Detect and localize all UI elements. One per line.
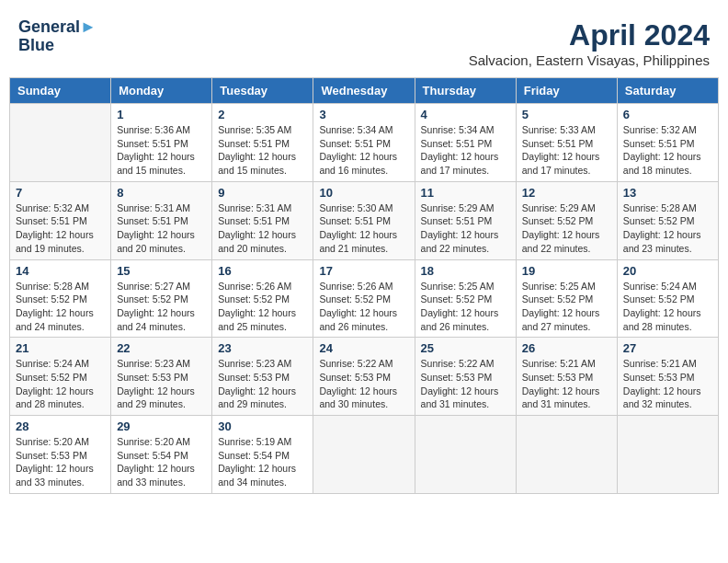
table-row: 14Sunrise: 5:28 AM Sunset: 5:52 PM Dayli… — [10, 259, 111, 338]
day-number: 25 — [421, 341, 510, 355]
day-info: Sunrise: 5:23 AM Sunset: 5:53 PM Dayligh… — [218, 357, 307, 411]
calendar-week-row: 7Sunrise: 5:32 AM Sunset: 5:51 PM Daylig… — [10, 181, 719, 259]
logo-text: General►Blue — [18, 18, 97, 55]
title-block: April 2024 Salvacion, Eastern Visayas, P… — [469, 18, 710, 68]
day-info: Sunrise: 5:35 AM Sunset: 5:51 PM Dayligh… — [218, 123, 307, 178]
day-number: 2 — [218, 108, 307, 121]
day-number: 13 — [623, 186, 712, 200]
day-number: 11 — [421, 186, 510, 200]
table-row: 18Sunrise: 5:25 AM Sunset: 5:52 PM Dayli… — [415, 259, 516, 338]
day-number: 30 — [218, 419, 307, 433]
day-number: 28 — [16, 419, 105, 433]
logo: General►Blue — [18, 18, 97, 55]
day-info: Sunrise: 5:25 AM Sunset: 5:52 PM Dayligh… — [522, 280, 611, 334]
page-subtitle: Salvacion, Eastern Visayas, Philippines — [469, 52, 710, 68]
table-row: 30Sunrise: 5:19 AM Sunset: 5:54 PM Dayli… — [212, 416, 313, 494]
day-info: Sunrise: 5:20 AM Sunset: 5:54 PM Dayligh… — [117, 435, 206, 489]
col-monday: Monday — [111, 78, 212, 104]
day-info: Sunrise: 5:21 AM Sunset: 5:53 PM Dayligh… — [623, 357, 712, 411]
day-info: Sunrise: 5:27 AM Sunset: 5:52 PM Dayligh… — [117, 280, 206, 334]
table-row: 19Sunrise: 5:25 AM Sunset: 5:52 PM Dayli… — [516, 259, 617, 338]
table-row: 15Sunrise: 5:27 AM Sunset: 5:52 PM Dayli… — [111, 259, 212, 338]
col-tuesday: Tuesday — [212, 78, 313, 104]
table-row: 9Sunrise: 5:31 AM Sunset: 5:51 PM Daylig… — [212, 181, 313, 259]
day-info: Sunrise: 5:20 AM Sunset: 5:53 PM Dayligh… — [16, 435, 105, 489]
day-number: 24 — [319, 341, 408, 355]
day-number: 1 — [117, 108, 206, 121]
calendar-week-row: 28Sunrise: 5:20 AM Sunset: 5:53 PM Dayli… — [10, 416, 719, 494]
day-info: Sunrise: 5:29 AM Sunset: 5:51 PM Dayligh… — [421, 201, 510, 256]
day-info: Sunrise: 5:33 AM Sunset: 5:51 PM Dayligh… — [522, 123, 611, 178]
day-info: Sunrise: 5:31 AM Sunset: 5:51 PM Dayligh… — [117, 201, 206, 256]
day-number: 20 — [623, 264, 712, 278]
table-row: 12Sunrise: 5:29 AM Sunset: 5:52 PM Dayli… — [516, 181, 617, 259]
table-row: 29Sunrise: 5:20 AM Sunset: 5:54 PM Dayli… — [111, 416, 212, 494]
day-number: 23 — [218, 341, 307, 355]
day-info: Sunrise: 5:26 AM Sunset: 5:52 PM Dayligh… — [319, 280, 408, 334]
day-number: 16 — [218, 264, 307, 278]
day-info: Sunrise: 5:32 AM Sunset: 5:51 PM Dayligh… — [623, 123, 712, 178]
table-row: 4Sunrise: 5:34 AM Sunset: 5:51 PM Daylig… — [415, 104, 516, 182]
day-info: Sunrise: 5:23 AM Sunset: 5:53 PM Dayligh… — [117, 357, 206, 411]
day-number: 3 — [319, 108, 408, 121]
table-row: 1Sunrise: 5:36 AM Sunset: 5:51 PM Daylig… — [111, 104, 212, 182]
day-info: Sunrise: 5:24 AM Sunset: 5:52 PM Dayligh… — [623, 280, 712, 334]
table-row: 10Sunrise: 5:30 AM Sunset: 5:51 PM Dayli… — [313, 181, 415, 259]
day-number: 14 — [16, 264, 105, 278]
day-number: 21 — [16, 341, 105, 355]
calendar-header-row: Sunday Monday Tuesday Wednesday Thursday… — [10, 78, 719, 104]
day-number: 15 — [117, 264, 206, 278]
calendar-week-row: 14Sunrise: 5:28 AM Sunset: 5:52 PM Dayli… — [10, 259, 719, 338]
day-number: 18 — [421, 264, 510, 278]
table-row: 6Sunrise: 5:32 AM Sunset: 5:51 PM Daylig… — [617, 104, 718, 182]
day-info: Sunrise: 5:25 AM Sunset: 5:52 PM Dayligh… — [421, 280, 510, 334]
day-number: 8 — [117, 186, 206, 200]
table-row: 17Sunrise: 5:26 AM Sunset: 5:52 PM Dayli… — [313, 259, 415, 338]
day-number: 22 — [117, 341, 206, 355]
day-info: Sunrise: 5:22 AM Sunset: 5:53 PM Dayligh… — [421, 357, 510, 411]
table-row — [10, 104, 111, 182]
day-info: Sunrise: 5:28 AM Sunset: 5:52 PM Dayligh… — [16, 280, 105, 334]
day-number: 10 — [319, 186, 408, 200]
table-row — [516, 416, 617, 494]
day-info: Sunrise: 5:26 AM Sunset: 5:52 PM Dayligh… — [218, 280, 307, 334]
col-friday: Friday — [516, 78, 617, 104]
table-row — [617, 416, 718, 494]
page-header: General►Blue April 2024 Salvacion, Easte… — [9, 9, 719, 73]
day-info: Sunrise: 5:29 AM Sunset: 5:52 PM Dayligh… — [522, 201, 611, 256]
table-row: 16Sunrise: 5:26 AM Sunset: 5:52 PM Dayli… — [212, 259, 313, 338]
table-row: 3Sunrise: 5:34 AM Sunset: 5:51 PM Daylig… — [313, 104, 415, 182]
col-thursday: Thursday — [415, 78, 516, 104]
day-number: 26 — [522, 341, 611, 355]
day-number: 12 — [522, 186, 611, 200]
table-row: 24Sunrise: 5:22 AM Sunset: 5:53 PM Dayli… — [313, 338, 415, 416]
day-info: Sunrise: 5:31 AM Sunset: 5:51 PM Dayligh… — [218, 201, 307, 256]
day-info: Sunrise: 5:24 AM Sunset: 5:52 PM Dayligh… — [16, 357, 105, 411]
table-row: 7Sunrise: 5:32 AM Sunset: 5:51 PM Daylig… — [10, 181, 111, 259]
day-info: Sunrise: 5:30 AM Sunset: 5:51 PM Dayligh… — [319, 201, 408, 256]
table-row: 2Sunrise: 5:35 AM Sunset: 5:51 PM Daylig… — [212, 104, 313, 182]
day-number: 7 — [16, 186, 105, 200]
col-sunday: Sunday — [10, 78, 111, 104]
table-row: 26Sunrise: 5:21 AM Sunset: 5:53 PM Dayli… — [516, 338, 617, 416]
calendar-week-row: 1Sunrise: 5:36 AM Sunset: 5:51 PM Daylig… — [10, 104, 719, 182]
table-row: 11Sunrise: 5:29 AM Sunset: 5:51 PM Dayli… — [415, 181, 516, 259]
table-row: 20Sunrise: 5:24 AM Sunset: 5:52 PM Dayli… — [617, 259, 718, 338]
day-info: Sunrise: 5:34 AM Sunset: 5:51 PM Dayligh… — [319, 123, 408, 178]
day-info: Sunrise: 5:22 AM Sunset: 5:53 PM Dayligh… — [319, 357, 408, 411]
table-row: 21Sunrise: 5:24 AM Sunset: 5:52 PM Dayli… — [10, 338, 111, 416]
day-info: Sunrise: 5:32 AM Sunset: 5:51 PM Dayligh… — [16, 201, 105, 256]
day-info: Sunrise: 5:28 AM Sunset: 5:52 PM Dayligh… — [623, 201, 712, 256]
day-number: 19 — [522, 264, 611, 278]
day-number: 4 — [421, 108, 510, 121]
table-row: 23Sunrise: 5:23 AM Sunset: 5:53 PM Dayli… — [212, 338, 313, 416]
calendar-table: Sunday Monday Tuesday Wednesday Thursday… — [9, 77, 719, 494]
day-number: 29 — [117, 419, 206, 433]
table-row: 8Sunrise: 5:31 AM Sunset: 5:51 PM Daylig… — [111, 181, 212, 259]
day-number: 5 — [522, 108, 611, 121]
col-wednesday: Wednesday — [313, 78, 415, 104]
table-row: 5Sunrise: 5:33 AM Sunset: 5:51 PM Daylig… — [516, 104, 617, 182]
table-row: 13Sunrise: 5:28 AM Sunset: 5:52 PM Dayli… — [617, 181, 718, 259]
col-saturday: Saturday — [617, 78, 718, 104]
page-title: April 2024 — [469, 18, 710, 52]
